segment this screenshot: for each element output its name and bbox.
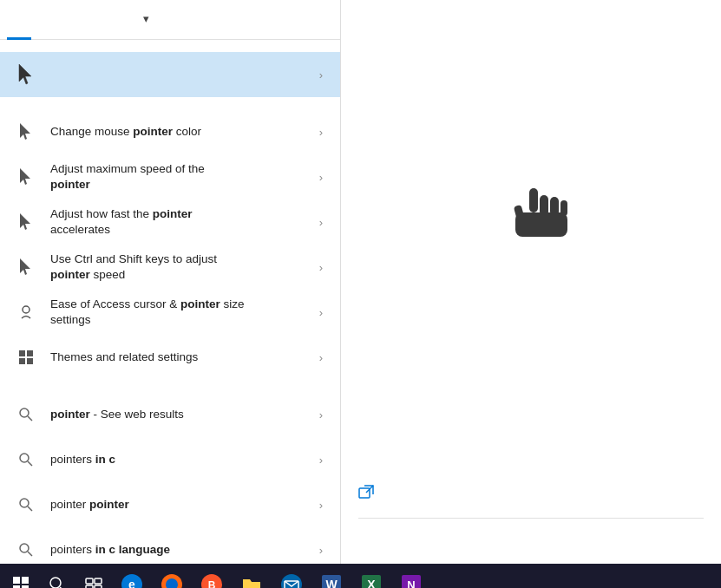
taskbar-app-word[interactable]: W	[312, 565, 351, 588]
svg-text:W: W	[325, 578, 338, 588]
settings-icon-5	[10, 297, 42, 328]
taskbar: e B W X	[0, 564, 721, 588]
preview-area	[341, 0, 721, 480]
left-panel: ▾	[0, 0, 341, 564]
svg-text:X: X	[367, 578, 376, 588]
web-arrow-2: ›	[312, 454, 330, 467]
task-view-button[interactable]	[76, 567, 111, 588]
settings-title-3b: accelerates	[50, 222, 312, 238]
settings-item-4[interactable]: Use Ctrl and Shift keys to adjust pointe…	[0, 245, 340, 290]
best-match-label	[0, 40, 340, 52]
web-arrow-1: ›	[312, 408, 330, 421]
svg-line-6	[28, 416, 32, 421]
settings-text-2: Adjust maximum speed of the pointer	[50, 161, 312, 192]
settings-title-6: Themes and related settings	[50, 350, 312, 365]
tab-apps[interactable]	[31, 0, 56, 40]
search-button[interactable]	[40, 567, 75, 588]
svg-rect-2	[27, 350, 33, 356]
taskbar-app-files[interactable]	[233, 565, 271, 588]
tab-more[interactable]: ▾	[128, 0, 161, 40]
settings-arrow-2: ›	[312, 171, 330, 184]
best-match-item[interactable]: ›	[0, 52, 340, 97]
tab-settings[interactable]	[80, 0, 104, 40]
settings-text-1: Change mouse pointer color	[50, 124, 312, 140]
settings-item-6[interactable]: Themes and related settings ›	[0, 335, 340, 380]
svg-rect-24	[22, 577, 29, 584]
tab-web[interactable]	[104, 0, 128, 40]
preview-cursor-icon	[492, 177, 570, 271]
svg-rect-20	[515, 212, 567, 237]
web-title-1: pointer - See web results	[50, 407, 312, 422]
taskbar-app-email[interactable]	[272, 565, 311, 588]
tabs-bar: ▾	[0, 0, 340, 40]
svg-point-7	[20, 454, 29, 462]
web-item-1[interactable]: pointer - See web results ›	[0, 392, 340, 437]
settings-icon-1	[10, 116, 42, 147]
settings-section-label	[0, 97, 340, 109]
settings-item-5[interactable]: Ease of Access cursor & pointer size set…	[0, 290, 340, 335]
web-title-4: pointers in c language	[50, 542, 312, 558]
svg-point-11	[20, 544, 29, 552]
taskbar-app-onenote[interactable]: N	[392, 565, 430, 588]
settings-title-5: Ease of Access cursor & pointer size	[50, 297, 312, 312]
settings-icon-3	[10, 206, 42, 238]
settings-arrow-6: ›	[312, 351, 330, 364]
web-arrow-4: ›	[312, 544, 330, 557]
tab-documents[interactable]	[56, 0, 80, 40]
svg-rect-15	[529, 188, 538, 212]
svg-point-27	[50, 578, 61, 588]
svg-text:e: e	[128, 578, 135, 588]
best-match-icon	[10, 59, 42, 90]
start-button[interactable]	[3, 567, 38, 588]
web-title-3: pointer pointer	[50, 497, 312, 513]
open-icon	[358, 485, 374, 504]
svg-point-9	[20, 499, 29, 507]
settings-arrow-5: ›	[312, 306, 330, 319]
web-text-3: pointer pointer	[50, 497, 312, 513]
web-text-1: pointer - See web results	[50, 407, 312, 422]
settings-title-4b: pointer speed	[50, 267, 312, 283]
svg-rect-3	[19, 358, 25, 364]
settings-text-3: Adjust how fast the pointer accelerates	[50, 206, 312, 237]
settings-arrow-4: ›	[312, 261, 330, 274]
chevron-down-icon: ▾	[143, 12, 149, 25]
taskbar-app-excel[interactable]: X	[352, 565, 390, 588]
search-icon-3	[10, 489, 42, 520]
open-button[interactable]	[358, 480, 381, 509]
settings-title-2b: pointer	[50, 177, 312, 193]
svg-rect-23	[13, 577, 20, 584]
web-text-4: pointers in c language	[50, 542, 312, 558]
settings-icon-6	[10, 342, 42, 373]
web-item-4[interactable]: pointers in c language ›	[0, 527, 340, 564]
taskbar-app-edge[interactable]: e	[113, 565, 151, 588]
settings-icon-4	[10, 252, 42, 283]
settings-title-5b: settings	[50, 312, 312, 328]
taskbar-app-firefox[interactable]	[153, 565, 191, 588]
svg-line-8	[28, 461, 32, 466]
tab-all[interactable]	[7, 0, 31, 40]
svg-point-5	[20, 408, 29, 417]
search-icon-2	[10, 444, 42, 475]
settings-item-1[interactable]: Change mouse pointer color ›	[0, 109, 340, 154]
svg-rect-1	[19, 350, 25, 356]
svg-rect-29	[86, 578, 93, 584]
settings-title-4: Use Ctrl and Shift keys to adjust	[50, 252, 312, 267]
settings-title-3: Adjust how fast the pointer	[50, 206, 312, 222]
svg-line-12	[28, 552, 32, 556]
svg-line-10	[28, 506, 32, 511]
search-icon-1	[10, 399, 42, 430]
settings-item-3[interactable]: Adjust how fast the pointer accelerates …	[0, 199, 340, 245]
taskbar-app-brave[interactable]: B	[193, 565, 231, 588]
web-text-2: pointers in c	[50, 452, 312, 467]
search-icon-4	[10, 534, 42, 564]
web-item-2[interactable]: pointers in c ›	[0, 437, 340, 482]
svg-text:N: N	[407, 578, 415, 588]
settings-item-2[interactable]: Adjust maximum speed of the pointer ›	[0, 154, 340, 199]
divider	[358, 518, 704, 519]
settings-text-6: Themes and related settings	[50, 350, 312, 365]
settings-arrow-3: ›	[312, 216, 330, 229]
svg-rect-4	[27, 358, 33, 364]
web-item-3[interactable]: pointer pointer ›	[0, 482, 340, 527]
web-section-label	[0, 380, 340, 392]
settings-title-2: Adjust maximum speed of the	[50, 161, 312, 177]
